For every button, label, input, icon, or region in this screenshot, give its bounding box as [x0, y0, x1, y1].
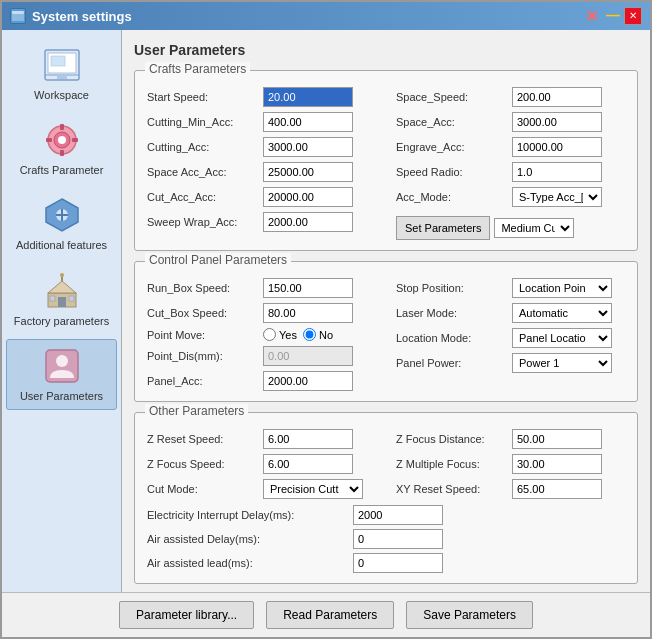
z-focus-speed-label: Z Focus Speed:	[147, 458, 257, 470]
sidebar-item-factory[interactable]: Factory parameters	[6, 264, 117, 335]
z-reset-speed-row: Z Reset Speed:	[147, 429, 376, 449]
panel-acc-label: Panel_Acc:	[147, 375, 257, 387]
space-acc-acc-input[interactable]	[263, 162, 353, 182]
svg-rect-11	[60, 150, 64, 156]
xy-reset-speed-input[interactable]	[512, 479, 602, 499]
z-focus-speed-input[interactable]	[263, 454, 353, 474]
air-lead-row: Air assisted lead(ms):	[147, 553, 625, 573]
panel-title: User Parameters	[134, 42, 638, 58]
point-move-no-radio[interactable]	[303, 328, 316, 341]
svg-rect-6	[57, 75, 67, 79]
cut-mode-row: Cut Mode: Precision Cutt	[147, 479, 376, 499]
speed-radio-label: Speed Radio:	[396, 166, 506, 178]
z-reset-speed-label: Z Reset Speed:	[147, 433, 257, 445]
svg-rect-1	[12, 11, 24, 14]
run-box-speed-input[interactable]	[263, 278, 353, 298]
parameter-library-button[interactable]: Parameter library...	[119, 601, 254, 629]
main-content: Workspace Crafts Parameter	[2, 30, 650, 592]
z-multiple-focus-input[interactable]	[512, 454, 602, 474]
svg-rect-10	[60, 124, 64, 130]
window-title: System settings	[32, 9, 132, 24]
window-icon	[10, 8, 26, 24]
air-delay-label: Air assisted Delay(ms):	[147, 533, 347, 545]
xy-reset-speed-row: XY Reset Speed:	[396, 479, 625, 499]
panel-acc-input[interactable]	[263, 371, 353, 391]
set-params-button[interactable]: Set Parameters	[396, 216, 490, 240]
cutting-min-acc-input[interactable]	[263, 112, 353, 132]
z-focus-distance-label: Z Focus Distance:	[396, 433, 506, 445]
air-lead-label: Air assisted lead(ms):	[147, 557, 347, 569]
electricity-delay-input[interactable]	[353, 505, 443, 525]
sidebar-item-additional[interactable]: Additional features	[6, 188, 117, 259]
control-params-section: Control Panel Parameters Run_Box Speed: …	[134, 261, 638, 402]
start-speed-row: Start Speed:	[147, 87, 376, 107]
start-speed-input[interactable]	[263, 87, 353, 107]
z-focus-distance-input[interactable]	[512, 429, 602, 449]
sidebar-label-additional: Additional features	[16, 239, 107, 252]
air-lead-input[interactable]	[353, 553, 443, 573]
space-acc-acc-row: Space Acc_Acc:	[147, 162, 376, 182]
crafts-params-title: Crafts Parameters	[145, 62, 250, 76]
stop-position-select[interactable]: Location Poin	[512, 278, 612, 298]
svg-rect-22	[69, 296, 74, 301]
z-focus-speed-row: Z Focus Speed:	[147, 454, 376, 474]
location-mode-select[interactable]: Panel Locatio	[512, 328, 612, 348]
space-speed-label: Space_Speed:	[396, 91, 506, 103]
cut-acc-acc-input[interactable]	[263, 187, 353, 207]
space-speed-input[interactable]	[512, 87, 602, 107]
cut-mode-label: Cut Mode:	[147, 483, 257, 495]
medium-cutti-select[interactable]: Medium Cutti	[494, 218, 574, 238]
save-parameters-button[interactable]: Save Parameters	[406, 601, 533, 629]
cut-box-speed-input[interactable]	[263, 303, 353, 323]
sweep-wrap-acc-input[interactable]	[263, 212, 353, 232]
laser-mode-row: Laser Mode: Automatic	[396, 303, 625, 323]
read-parameters-button[interactable]: Read Parameters	[266, 601, 394, 629]
sidebar-label-user: User Parameters	[20, 390, 103, 403]
set-params-row: Set Parameters Medium Cutti	[396, 216, 625, 240]
air-delay-input[interactable]	[353, 529, 443, 549]
z-focus-distance-row: Z Focus Distance:	[396, 429, 625, 449]
other-form-grid: Z Reset Speed: Z Focus Speed: Cut Mode: …	[147, 429, 625, 499]
panel-acc-row: Panel_Acc:	[147, 371, 376, 391]
panel-power-select[interactable]: Power 1	[512, 353, 612, 373]
factory-icon	[42, 271, 82, 311]
delay-fields: Electricity Interrupt Delay(ms): Air ass…	[147, 505, 625, 573]
cut-acc-acc-row: Cut_Acc_Acc:	[147, 187, 376, 207]
electricity-delay-row: Electricity Interrupt Delay(ms):	[147, 505, 625, 525]
laser-mode-select[interactable]: Automatic	[512, 303, 612, 323]
crafts-right-col: Space_Speed: Space_Acc: Engrave_Acc:	[396, 87, 625, 240]
point-move-row: Point Move: Yes No	[147, 328, 376, 341]
crafts-left-col: Start Speed: Cutting_Min_Acc: Cutting_Ac…	[147, 87, 376, 240]
sidebar-item-user[interactable]: User Parameters	[6, 339, 117, 410]
speed-radio-input[interactable]	[512, 162, 602, 182]
acc-mode-select[interactable]: S-Type Acc_[	[512, 187, 602, 207]
engrave-acc-label: Engrave_Acc:	[396, 141, 506, 153]
cutting-acc-input[interactable]	[263, 137, 353, 157]
sidebar-label-factory: Factory parameters	[14, 315, 109, 328]
cutting-acc-row: Cutting_Acc:	[147, 137, 376, 157]
close-button[interactable]: ✕	[624, 7, 642, 25]
point-move-no-label[interactable]: No	[303, 328, 333, 341]
laser-mode-label: Laser Mode:	[396, 307, 506, 319]
point-move-yes-label[interactable]: Yes	[263, 328, 297, 341]
cutting-min-acc-row: Cutting_Min_Acc:	[147, 112, 376, 132]
location-mode-row: Location Mode: Panel Locatio	[396, 328, 625, 348]
sidebar-item-workspace[interactable]: Workspace	[6, 38, 117, 109]
point-move-yes-radio[interactable]	[263, 328, 276, 341]
point-dis-input	[263, 346, 353, 366]
run-box-speed-label: Run_Box Speed:	[147, 282, 257, 294]
workspace-icon	[42, 45, 82, 85]
crafts-form-grid: Start Speed: Cutting_Min_Acc: Cutting_Ac…	[147, 87, 625, 240]
stop-position-label: Stop Position:	[396, 282, 506, 294]
z-reset-speed-input[interactable]	[263, 429, 353, 449]
sidebar-item-crafts[interactable]: Crafts Parameter	[6, 113, 117, 184]
cut-box-speed-label: Cut_Box Speed:	[147, 307, 257, 319]
space-speed-row: Space_Speed:	[396, 87, 625, 107]
space-acc-input[interactable]	[512, 112, 602, 132]
cut-mode-select[interactable]: Precision Cutt	[263, 479, 363, 499]
point-dis-row: Point_Dis(mm):	[147, 346, 376, 366]
run-box-speed-row: Run_Box Speed:	[147, 278, 376, 298]
point-dis-label: Point_Dis(mm):	[147, 350, 257, 362]
location-mode-label: Location Mode:	[396, 332, 506, 344]
engrave-acc-input[interactable]	[512, 137, 602, 157]
